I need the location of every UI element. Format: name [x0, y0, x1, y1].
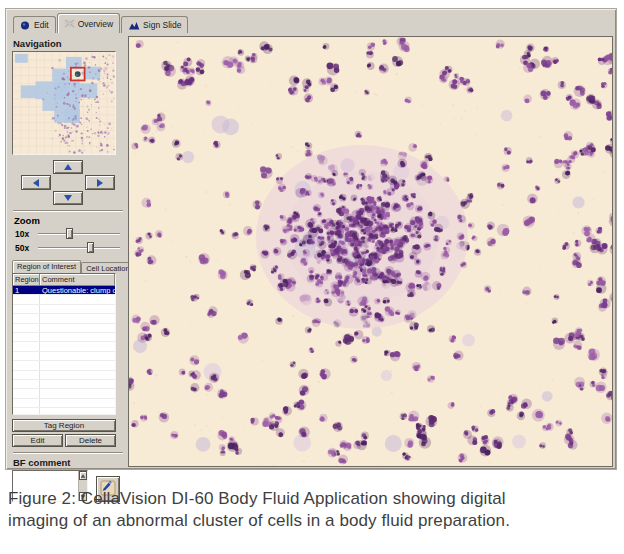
roi-tab-bar: Region of Interest Cell Location [12, 259, 124, 273]
navigation-label: Navigation [13, 38, 124, 49]
sign-slide-tab-icon [128, 21, 140, 30]
table-row[interactable] [13, 371, 115, 380]
left-arrow-icon [33, 179, 39, 187]
navigation-arrow-pad [20, 160, 116, 205]
delete-button[interactable]: Delete [65, 434, 116, 447]
slider-thumb[interactable] [87, 242, 94, 253]
tab-edit-label: Edit [34, 20, 49, 30]
roi-table-header: Region Comment [13, 274, 115, 286]
zoom-50x-slider[interactable] [38, 241, 120, 254]
table-row[interactable] [13, 342, 115, 351]
region-cell: 1 [13, 286, 40, 294]
column-header-region[interactable]: Region [13, 274, 40, 286]
table-row[interactable] [13, 314, 115, 323]
app-body: Navigation Zoom 10x 50x [6, 33, 616, 506]
pan-up-button[interactable] [53, 160, 83, 174]
slider-track [38, 233, 120, 235]
table-row[interactable] [13, 389, 115, 398]
table-row[interactable] [13, 408, 115, 415]
scroll-up-button[interactable] [79, 471, 87, 480]
table-row-selected[interactable]: 1 Questionable: clump of c... [13, 286, 115, 295]
microscopy-svg [129, 37, 613, 466]
tab-sign-slide[interactable]: Sign Slide [121, 16, 188, 33]
pan-right-button[interactable] [85, 175, 115, 190]
pan-down-button[interactable] [53, 191, 83, 205]
figure-caption: Figure 2: CellaVision DI-60 Body Fluid A… [8, 488, 614, 531]
table-row[interactable] [13, 324, 115, 333]
tab-sign-slide-label: Sign Slide [143, 20, 181, 30]
zoom-10x-label: 10x [12, 229, 38, 239]
table-row[interactable] [13, 295, 115, 304]
up-arrow-icon [64, 164, 72, 170]
navigation-thumbnail-svg [13, 52, 115, 154]
table-row[interactable] [13, 352, 115, 361]
right-arrow-icon [97, 179, 103, 187]
slider-track [38, 247, 120, 249]
scroll-up-icon [81, 474, 86, 478]
tab-region-of-interest[interactable]: Region of Interest [12, 260, 81, 273]
roi-table-body [13, 295, 115, 415]
sidebar: Navigation Zoom 10x 50x [12, 36, 124, 502]
bf-comment-label: BF comment [13, 457, 124, 468]
edit-delete-row: Edit Delete [12, 434, 124, 447]
cellavision-app-window: Edit Overview Sign Slide Navigation [5, 8, 617, 470]
zoom-10x-slider[interactable] [38, 227, 120, 240]
tab-overview-label: Overview [78, 19, 113, 29]
zoom-10x-row: 10x [12, 227, 124, 240]
slider-thumb[interactable] [66, 228, 73, 239]
tab-overview[interactable]: Overview [57, 13, 120, 33]
table-row[interactable] [13, 333, 115, 342]
table-row[interactable] [13, 361, 115, 370]
edit-button[interactable]: Edit [12, 434, 63, 447]
navigation-thumbnail[interactable] [12, 51, 116, 155]
down-arrow-icon [64, 195, 72, 201]
zoom-50x-row: 50x [12, 241, 124, 254]
tab-edit[interactable]: Edit [13, 16, 56, 33]
tag-region-button[interactable]: Tag Region [12, 419, 116, 432]
table-row[interactable] [13, 399, 115, 408]
edit-tab-icon [20, 21, 31, 30]
zoom-50x-label: 50x [12, 243, 38, 253]
separator [13, 210, 123, 212]
main-tab-bar: Edit Overview Sign Slide [6, 9, 616, 33]
microscopy-viewport[interactable] [128, 36, 613, 467]
tab-cell-location[interactable]: Cell Location [81, 262, 134, 273]
table-row[interactable] [13, 380, 115, 389]
roi-table: Region Comment 1 Questionable: clump of … [12, 273, 116, 415]
separator [13, 452, 123, 454]
overview-tab-icon [64, 19, 75, 28]
pan-left-button[interactable] [21, 175, 51, 190]
column-header-comment[interactable]: Comment [40, 274, 115, 286]
comment-cell: Questionable: clump of c... [40, 286, 115, 294]
table-row[interactable] [13, 305, 115, 314]
zoom-label: Zoom [14, 215, 124, 226]
